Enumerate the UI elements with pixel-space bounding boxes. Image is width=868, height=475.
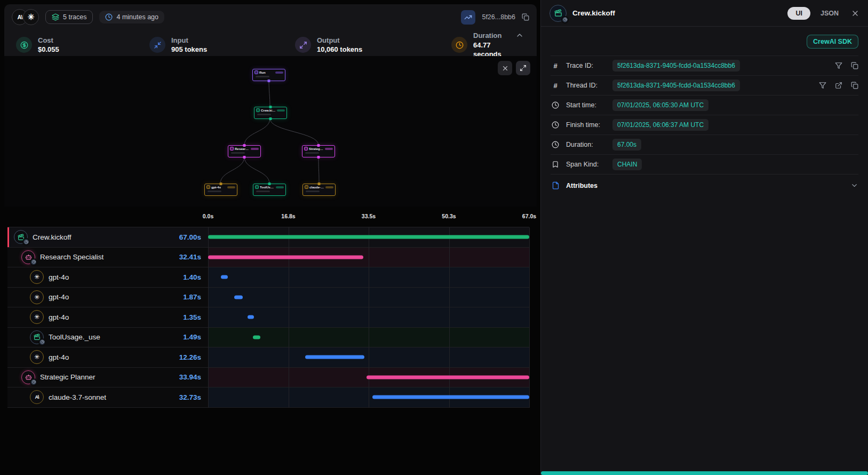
axis-tick: 0.0s xyxy=(203,213,213,219)
span-duration-bar[interactable] xyxy=(305,355,364,359)
timeline-row-research-specialist[interactable]: Research Specialist32.41s xyxy=(7,248,529,268)
field-row-duration-: Duration:67.00s xyxy=(551,134,858,154)
node-badge xyxy=(277,109,285,112)
copy-trace-id-button[interactable] xyxy=(522,13,529,21)
openai-logo-icon: ✳ xyxy=(23,9,39,25)
field-value[interactable]: 07/01/2025, 06:06:37 AM UTC xyxy=(612,119,708,131)
graph-node-strategic-planner[interactable]: Strategic Planner xyxy=(302,145,335,157)
clock-subbadge-icon xyxy=(30,378,37,386)
span-bar-cell[interactable] xyxy=(208,267,529,287)
graph-node-claude-3-7-sonnet[interactable]: claude-3.7-sonnet xyxy=(302,184,336,196)
trace-metrics-button[interactable] xyxy=(461,10,475,25)
collapse-stats-chevron-up-icon[interactable] xyxy=(515,31,524,39)
filter-icon[interactable] xyxy=(835,62,842,69)
field-label: Duration: xyxy=(566,141,607,148)
copy-icon[interactable] xyxy=(851,62,858,69)
node-title: Crew.kickoff xyxy=(261,109,276,112)
span-name-cell[interactable]: Crew.kickoff67.00s xyxy=(7,227,208,247)
timeline-row-gpt-4o[interactable]: ✳gpt-4o12.26s xyxy=(7,347,529,368)
stat-label: Output xyxy=(317,36,362,45)
span-duration-bar[interactable] xyxy=(208,235,529,239)
tab-json[interactable]: JSON xyxy=(816,7,843,20)
timeline-row-gpt-4o[interactable]: ✳gpt-4o1.35s xyxy=(7,307,529,328)
timeline-waterfall: Crew.kickoff67.00sResearch Specialist32.… xyxy=(7,227,529,408)
stat-input: Input905 tokens xyxy=(149,36,295,54)
provider-avatars: A\ ✳ xyxy=(12,9,39,25)
filter-icon[interactable] xyxy=(819,82,826,89)
field-value[interactable]: 67.00s xyxy=(612,139,641,151)
span-duration-bar[interactable] xyxy=(234,295,243,299)
trace-stats-row: Cost$0.055Input905 tokensOutput10,060 to… xyxy=(4,30,537,59)
span-duration-bar[interactable] xyxy=(248,315,254,319)
traces-count-label: 5 traces xyxy=(63,13,86,21)
agent-robot-icon xyxy=(21,250,35,264)
span-bar-cell[interactable] xyxy=(208,288,529,307)
stat-label: Duration xyxy=(473,31,515,41)
span-bar-cell[interactable] xyxy=(208,227,529,247)
span-name-cell[interactable]: ✳gpt-4o12.26s xyxy=(7,347,208,367)
attributes-section-toggle[interactable]: Attributes xyxy=(551,174,858,196)
field-value[interactable]: CHAIN xyxy=(612,159,642,170)
span-bar-cell[interactable] xyxy=(208,368,529,387)
span-bar-cell[interactable] xyxy=(208,347,529,367)
span-name: ToolUsage._use xyxy=(49,333,100,341)
graph-expand-button[interactable] xyxy=(516,61,530,75)
span-bar-cell[interactable] xyxy=(208,307,529,327)
traces-count-badge[interactable]: 5 traces xyxy=(45,10,93,24)
span-bar-cell[interactable] xyxy=(208,248,529,267)
span-duration-bar[interactable] xyxy=(221,275,228,279)
node-title: claude-3.7-sonnet xyxy=(309,186,324,189)
node-badge xyxy=(325,148,333,150)
span-name-cell[interactable]: Research Specialist32.41s xyxy=(7,248,208,267)
copy-icon[interactable] xyxy=(851,82,858,89)
span-name-cell[interactable]: ✳gpt-4o1.87s xyxy=(7,288,208,307)
timeline-row-gpt-4o[interactable]: ✳gpt-4o1.87s xyxy=(7,288,529,308)
field-value[interactable]: 5f2613da-8371-9405-fcdd-0a1534cc8bb6 xyxy=(612,80,740,91)
span-name-cell[interactable]: Strategic Planner33.94s xyxy=(7,368,208,387)
chevron-down-icon[interactable] xyxy=(850,181,858,189)
span-duration: 1.87s xyxy=(183,293,208,301)
panel-scrollbar[interactable] xyxy=(541,471,868,475)
tab-ui[interactable]: UI xyxy=(787,7,810,20)
field-value[interactable]: 5f2613da-8371-9405-fcdd-0a1534cc8bb6 xyxy=(612,60,740,72)
field-value[interactable]: 07/01/2025, 06:05:30 AM UTC xyxy=(612,99,708,111)
stat-value: 10,060 tokens xyxy=(317,45,362,54)
field-label: Thread ID: xyxy=(566,82,607,89)
attributes-label: Attributes xyxy=(566,182,598,189)
span-duration-bar[interactable] xyxy=(253,335,260,339)
span-duration-bar[interactable] xyxy=(367,375,529,379)
span-bar-cell[interactable] xyxy=(208,387,529,407)
panel-close-icon[interactable] xyxy=(851,9,859,18)
clapperboard-icon xyxy=(30,330,44,344)
timeline-row-crew-kickoff[interactable]: Crew.kickoff67.00s xyxy=(7,227,529,248)
span-duration-bar[interactable] xyxy=(372,395,529,399)
axis-tick: 50.3s xyxy=(442,213,456,219)
graph-node-gpt-4o[interactable]: gpt-4o xyxy=(204,184,237,196)
node-port-icon xyxy=(317,156,320,159)
span-name: gpt-4o xyxy=(49,353,69,361)
field-actions xyxy=(835,62,858,69)
node-badge xyxy=(251,148,259,150)
graph-node-toolusage-use[interactable]: ToolUsage._use xyxy=(253,184,286,196)
clock-icon xyxy=(105,13,113,21)
graph-node-run[interactable]: Run xyxy=(252,69,285,81)
timeline-row-gpt-4o[interactable]: ✳gpt-4o1.40s xyxy=(7,267,529,288)
node-port-icon xyxy=(268,80,270,82)
timeline-row-toolusage-use[interactable]: ToolUsage._use1.49s xyxy=(7,328,529,348)
graph-node-crew-kickoff[interactable]: Crew.kickoff xyxy=(254,107,287,119)
span-name-cell[interactable]: ToolUsage._use1.49s xyxy=(7,328,208,347)
span-duration-bar[interactable] xyxy=(208,255,363,259)
trace-graph-canvas[interactable]: RunCrew.kickoffResearch SpecialistStrate… xyxy=(4,56,537,207)
timeline-row-strategic-planner[interactable]: Strategic Planner33.94s xyxy=(7,368,529,388)
maximize-icon xyxy=(295,37,311,53)
span-name-cell[interactable]: ✳gpt-4o1.35s xyxy=(7,307,208,327)
graph-node-research-specialist[interactable]: Research Specialist xyxy=(228,145,261,157)
span-bar-cell[interactable] xyxy=(208,328,529,347)
timeline-row-claude-3-7-sonnet[interactable]: A\claude-3.7-sonnet32.73s xyxy=(7,387,529,408)
span-name: gpt-4o xyxy=(49,313,69,321)
span-name-cell[interactable]: A\claude-3.7-sonnet32.73s xyxy=(7,387,208,407)
axis-tick: 16.8s xyxy=(281,213,295,219)
span-name-cell[interactable]: ✳gpt-4o1.40s xyxy=(7,267,208,287)
external-link-icon[interactable] xyxy=(835,82,842,89)
graph-close-button[interactable] xyxy=(498,61,512,75)
